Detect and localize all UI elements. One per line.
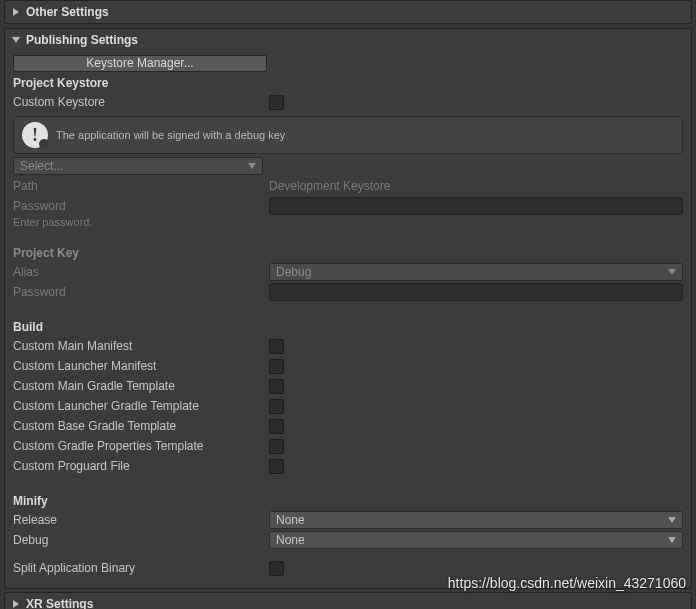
build-heading: Build: [13, 320, 683, 334]
build-item-label: Custom Launcher Gradle Template: [13, 398, 269, 414]
foldout-down-icon: [11, 35, 21, 45]
minify-debug-value: None: [276, 533, 305, 547]
project-key-heading: Project Key: [13, 246, 683, 260]
xr-settings-header[interactable]: XR Settings: [5, 593, 691, 609]
foldout-right-icon: [11, 7, 21, 17]
debug-key-info-text: The application will be signed with a de…: [56, 129, 285, 141]
build-item-checkbox-4[interactable]: [269, 419, 284, 434]
info-icon: [22, 122, 48, 148]
path-value: Development Keystore: [269, 179, 683, 193]
alias-label: Alias: [13, 264, 269, 280]
build-item-checkbox-6[interactable]: [269, 459, 284, 474]
key-password-field[interactable]: [269, 283, 683, 301]
svg-marker-0: [13, 8, 19, 16]
alias-dropdown[interactable]: Debug: [269, 263, 683, 281]
svg-marker-5: [668, 537, 676, 543]
build-item-label: Custom Main Gradle Template: [13, 378, 269, 394]
svg-marker-3: [668, 269, 676, 275]
svg-marker-2: [248, 163, 256, 169]
other-settings-header[interactable]: Other Settings: [5, 1, 691, 23]
minify-release-value: None: [276, 513, 305, 527]
key-password-label: Password: [13, 284, 269, 300]
build-item-label: Custom Launcher Manifest: [13, 358, 269, 374]
build-item-checkbox-0[interactable]: [269, 339, 284, 354]
foldout-right-icon: [11, 599, 21, 609]
publishing-settings-header[interactable]: Publishing Settings: [5, 29, 691, 51]
chevron-down-icon: [668, 268, 676, 276]
alias-value: Debug: [276, 265, 311, 279]
minify-debug-label: Debug: [13, 532, 269, 548]
keystore-select-dropdown[interactable]: Select...: [13, 157, 263, 175]
other-settings-title: Other Settings: [26, 5, 109, 19]
build-item-label: Custom Gradle Properties Template: [13, 438, 269, 454]
chevron-down-icon: [668, 516, 676, 524]
custom-keystore-label: Custom Keystore: [13, 94, 269, 110]
split-binary-label: Split Application Binary: [13, 560, 269, 576]
keystore-password-label: Password: [13, 198, 269, 214]
chevron-down-icon: [668, 536, 676, 544]
svg-marker-4: [668, 517, 676, 523]
keystore-password-hint: Enter password.: [13, 216, 683, 228]
split-binary-checkbox[interactable]: [269, 561, 284, 576]
debug-key-info-box: The application will be signed with a de…: [13, 116, 683, 154]
build-item-label: Custom Base Gradle Template: [13, 418, 269, 434]
path-label: Path: [13, 178, 269, 194]
project-keystore-heading: Project Keystore: [13, 76, 683, 90]
chevron-down-icon: [248, 162, 256, 170]
xr-settings-title: XR Settings: [26, 597, 93, 609]
svg-marker-6: [13, 600, 19, 608]
svg-marker-1: [12, 37, 20, 43]
build-item-label: Custom Proguard File: [13, 458, 269, 474]
build-item-label: Custom Main Manifest: [13, 338, 269, 354]
custom-keystore-checkbox[interactable]: [269, 95, 284, 110]
build-item-checkbox-5[interactable]: [269, 439, 284, 454]
keystore-select-value: Select...: [20, 159, 63, 173]
minify-release-dropdown[interactable]: None: [269, 511, 683, 529]
minify-debug-dropdown[interactable]: None: [269, 531, 683, 549]
keystore-manager-label: Keystore Manager...: [86, 56, 193, 70]
keystore-password-field[interactable]: [269, 197, 683, 215]
keystore-manager-button[interactable]: Keystore Manager...: [13, 55, 267, 72]
minify-heading: Minify: [13, 494, 683, 508]
publishing-settings-title: Publishing Settings: [26, 33, 138, 47]
build-item-checkbox-3[interactable]: [269, 399, 284, 414]
build-item-checkbox-2[interactable]: [269, 379, 284, 394]
minify-release-label: Release: [13, 512, 269, 528]
build-item-checkbox-1[interactable]: [269, 359, 284, 374]
